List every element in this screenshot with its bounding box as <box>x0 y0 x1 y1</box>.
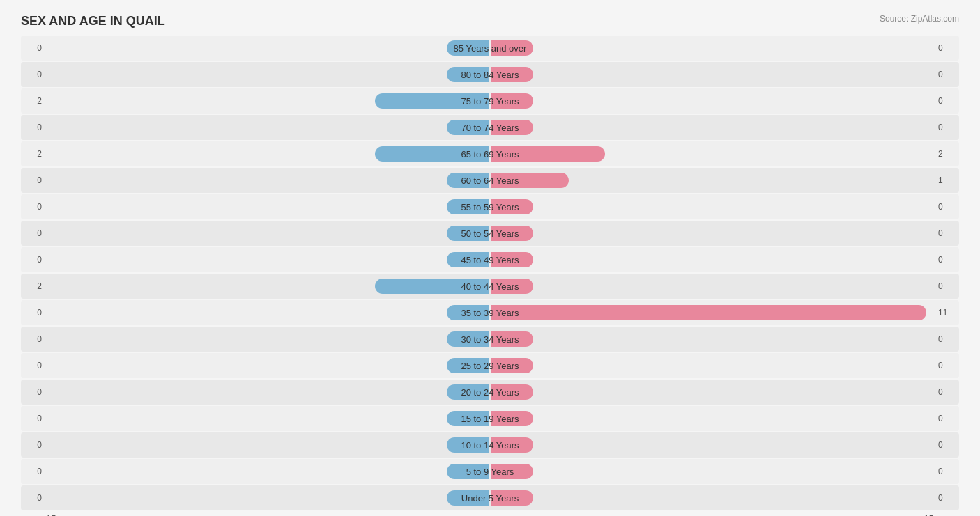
male-bar <box>375 93 489 109</box>
axis-left-label: 15 <box>46 513 56 516</box>
male-bar <box>447 67 489 82</box>
female-bar-wrap <box>490 221 934 246</box>
male-bar <box>447 437 489 453</box>
female-bar-wrap <box>490 247 934 272</box>
male-value: 0 <box>21 440 46 450</box>
table-row: 0 15 to 19 Years 0 <box>21 406 959 431</box>
male-value: 0 <box>21 202 46 212</box>
male-bar <box>447 120 489 135</box>
table-row: 0 25 to 29 Years 0 <box>21 353 959 378</box>
male-value: 0 <box>21 255 46 265</box>
male-bar <box>447 411 489 426</box>
female-bar-wrap <box>490 36 934 61</box>
male-bar-wrap <box>46 380 490 405</box>
male-bar <box>447 384 489 400</box>
chart-area: 0 85 Years and over 0 0 <box>21 36 959 510</box>
chart-title: SEX AND AGE IN QUAIL <box>21 14 959 29</box>
female-value: 0 <box>934 70 959 79</box>
female-value: 2 <box>934 149 959 159</box>
male-value: 0 <box>21 43 46 53</box>
male-bar-wrap <box>46 432 490 458</box>
male-value: 0 <box>21 308 46 318</box>
table-row: 2 65 to 69 Years 2 <box>21 141 959 166</box>
male-value: 0 <box>21 361 46 370</box>
female-value: 0 <box>934 228 959 238</box>
male-bar-wrap <box>46 115 490 140</box>
table-row: 0 10 to 14 Years 0 <box>21 432 959 458</box>
male-bar <box>447 358 489 373</box>
female-bar-wrap <box>490 353 934 378</box>
male-bar <box>447 252 489 267</box>
female-bar <box>491 199 533 214</box>
male-value: 0 <box>21 493 46 503</box>
female-bar-wrap <box>490 168 934 193</box>
female-bar-wrap <box>490 300 934 325</box>
male-bar-wrap <box>46 36 490 61</box>
female-value: 0 <box>934 43 959 53</box>
male-bar-wrap <box>46 327 490 352</box>
male-bar-wrap <box>46 194 490 219</box>
female-bar <box>491 384 533 400</box>
table-row: 2 75 to 79 Years 0 <box>21 88 959 114</box>
male-bar-wrap <box>46 221 490 246</box>
male-value: 2 <box>21 281 46 291</box>
male-value: 0 <box>21 70 46 79</box>
male-bar <box>447 464 489 479</box>
female-value: 11 <box>934 308 959 318</box>
female-bar <box>491 40 533 56</box>
male-value: 2 <box>21 96 46 106</box>
table-row: 0 Under 5 Years 0 <box>21 485 959 510</box>
table-row: 0 30 to 34 Years 0 <box>21 327 959 352</box>
female-bar-wrap <box>490 194 934 219</box>
table-row: 0 5 to 9 Years 0 <box>21 459 959 484</box>
female-value: 0 <box>934 440 959 450</box>
male-bar <box>447 490 489 506</box>
female-bar <box>491 331 533 347</box>
male-bar-wrap <box>46 88 490 114</box>
female-bar-wrap <box>490 406 934 431</box>
table-row: 0 55 to 59 Years 0 <box>21 194 959 219</box>
table-row: 0 85 Years and over 0 <box>21 36 959 61</box>
male-value: 0 <box>21 334 46 344</box>
female-bar <box>491 120 533 135</box>
female-bar <box>491 437 533 453</box>
male-bar <box>447 40 489 56</box>
female-value: 0 <box>934 493 959 503</box>
female-bar-wrap <box>490 141 934 166</box>
female-bar-wrap <box>490 327 934 352</box>
table-row: 2 40 to 44 Years 0 <box>21 274 959 299</box>
female-value: 0 <box>934 387 959 397</box>
female-bar <box>491 146 605 162</box>
male-bar-wrap <box>46 168 490 193</box>
female-value: 0 <box>934 255 959 265</box>
female-bar <box>491 490 533 506</box>
female-bar-wrap <box>490 459 934 484</box>
female-bar <box>491 279 533 294</box>
male-bar-wrap <box>46 459 490 484</box>
male-bar-wrap <box>46 485 490 510</box>
male-bar <box>447 331 489 347</box>
female-bar-wrap <box>490 274 934 299</box>
chart-container: SEX AND AGE IN QUAIL Source: ZipAtlas.co… <box>0 0 980 516</box>
female-bar <box>491 305 926 320</box>
male-bar <box>375 279 489 294</box>
male-bar-wrap <box>46 247 490 272</box>
female-bar-wrap <box>490 432 934 458</box>
table-row: 0 45 to 49 Years 0 <box>21 247 959 272</box>
bottom-labels: 15 15 <box>21 513 959 516</box>
female-bar <box>491 173 569 188</box>
male-bar <box>447 226 489 241</box>
female-value: 0 <box>934 334 959 344</box>
male-bar <box>447 199 489 214</box>
male-bar <box>375 146 489 162</box>
female-bar <box>491 67 533 82</box>
male-bar-wrap <box>46 353 490 378</box>
male-bar-wrap <box>46 300 490 325</box>
female-bar <box>491 226 533 241</box>
axis-right-label: 15 <box>924 513 934 516</box>
male-bar <box>447 305 489 320</box>
female-value: 0 <box>934 281 959 291</box>
female-value: 0 <box>934 96 959 106</box>
female-value: 0 <box>934 123 959 132</box>
male-bar-wrap <box>46 141 490 166</box>
